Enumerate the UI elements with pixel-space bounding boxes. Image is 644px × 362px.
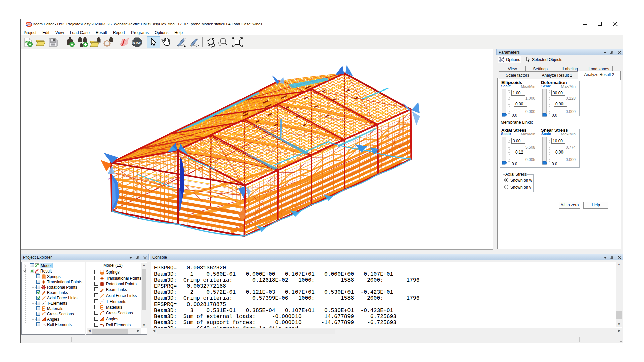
svg-text:2: 2 bbox=[108, 177, 110, 181]
svg-text:STOP: STOP bbox=[133, 41, 141, 44]
svg-text:0: 0 bbox=[137, 216, 139, 220]
